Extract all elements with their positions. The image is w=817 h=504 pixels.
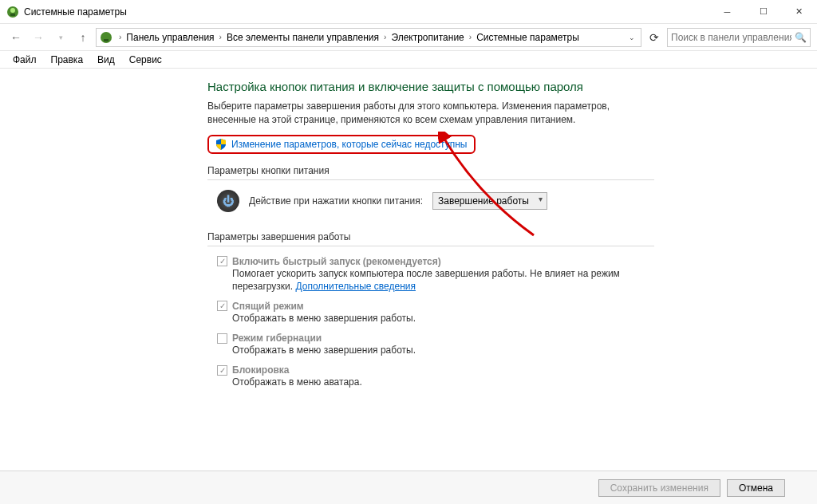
menu-file[interactable]: Файл bbox=[6, 53, 43, 67]
menu-bar: Файл Правка Вид Сервис bbox=[0, 51, 817, 69]
chevron-right-icon[interactable]: › bbox=[116, 33, 124, 41]
breadcrumb-segment[interactable]: Все элементы панели управления bbox=[225, 32, 381, 43]
page-title: Настройка кнопок питания и включение защ… bbox=[207, 80, 817, 93]
refresh-button[interactable]: ⟳ bbox=[645, 28, 664, 47]
breadcrumb-segment[interactable]: Панель управления bbox=[124, 32, 215, 43]
control-panel-icon bbox=[100, 31, 112, 44]
bottom-button-bar: Сохранить изменения Отмена bbox=[0, 471, 817, 504]
shutdown-options: ✓ Включить быстрый запуск (рекомендуется… bbox=[217, 256, 817, 389]
power-button-section-header: Параметры кнопки питания bbox=[207, 165, 654, 180]
fast-startup-checkbox[interactable]: ✓ bbox=[217, 256, 227, 266]
nav-row: ← → ▾ ↑ › Панель управления › Все элемен… bbox=[0, 24, 817, 51]
up-button[interactable]: ↑ bbox=[73, 28, 93, 47]
chevron-right-icon[interactable]: › bbox=[466, 33, 475, 41]
hibernate-checkbox[interactable] bbox=[217, 333, 227, 344]
menu-service[interactable]: Сервис bbox=[123, 53, 168, 67]
breadcrumb[interactable]: › Панель управления › Все элементы панел… bbox=[96, 28, 641, 47]
window-title: Системные параметры bbox=[24, 6, 709, 18]
lock-checkbox[interactable]: ✓ bbox=[217, 365, 227, 376]
breadcrumb-segment[interactable]: Электропитание bbox=[389, 32, 465, 43]
power-button-action-row: ⏻ Действие при нажатии кнопки питания: З… bbox=[217, 190, 817, 212]
svg-rect-1 bbox=[10, 14, 15, 16]
power-button-icon: ⏻ bbox=[217, 190, 239, 212]
breadcrumb-segment[interactable]: Системные параметры bbox=[475, 32, 581, 43]
breadcrumb-dropdown-icon[interactable]: ⌄ bbox=[626, 33, 637, 41]
power-button-action-select[interactable]: Завершение работы bbox=[432, 192, 547, 210]
uac-shield-icon bbox=[215, 139, 227, 150]
search-box[interactable]: 🔍 bbox=[667, 28, 811, 47]
save-changes-button[interactable]: Сохранить изменения bbox=[598, 479, 720, 497]
hibernate-title: Режим гибернации bbox=[232, 333, 322, 344]
fast-startup-option: ✓ Включить быстрый запуск (рекомендуется… bbox=[217, 256, 648, 293]
svg-point-2 bbox=[10, 8, 15, 13]
menu-view[interactable]: Вид bbox=[91, 53, 121, 67]
shutdown-section-header: Параметры завершения работы bbox=[207, 231, 654, 246]
lock-title: Блокировка bbox=[232, 364, 290, 376]
maximize-button[interactable]: ☐ bbox=[745, 0, 781, 23]
lock-desc: Отображать в меню аватара. bbox=[232, 376, 648, 388]
menu-edit[interactable]: Правка bbox=[45, 53, 90, 67]
sleep-option: ✓ Спящий режим Отображать в меню заверше… bbox=[217, 301, 648, 325]
close-button[interactable]: ✕ bbox=[781, 0, 817, 23]
chevron-right-icon[interactable]: › bbox=[216, 33, 225, 41]
power-options-icon bbox=[6, 6, 19, 18]
forward-button[interactable]: → bbox=[29, 28, 48, 47]
sleep-checkbox[interactable]: ✓ bbox=[217, 301, 227, 311]
window-controls: ─ ☐ ✕ bbox=[709, 0, 817, 23]
svg-rect-4 bbox=[104, 39, 109, 41]
page-description: Выберите параметры завершения работы для… bbox=[207, 100, 638, 127]
fast-startup-more-link[interactable]: Дополнительные сведения bbox=[295, 281, 415, 292]
sleep-title: Спящий режим bbox=[232, 301, 304, 312]
fast-startup-title: Включить быстрый запуск (рекомендуется) bbox=[232, 256, 441, 267]
recent-dropdown-icon[interactable]: ▾ bbox=[51, 28, 70, 47]
lock-option: ✓ Блокировка Отображать в меню аватара. bbox=[217, 364, 648, 388]
search-icon[interactable]: 🔍 bbox=[795, 32, 807, 43]
hibernate-option: Режим гибернации Отображать в меню завер… bbox=[217, 333, 648, 356]
change-unavailable-settings-link[interactable]: Изменение параметров, которые сейчас нед… bbox=[231, 139, 468, 150]
change-settings-highlight: Изменение параметров, которые сейчас нед… bbox=[207, 135, 476, 154]
hibernate-desc: Отображать в меню завершения работы. bbox=[232, 344, 648, 356]
chevron-right-icon[interactable]: › bbox=[381, 33, 389, 41]
cancel-button[interactable]: Отмена bbox=[727, 479, 785, 497]
minimize-button[interactable]: ─ bbox=[709, 0, 745, 23]
power-button-action-label: Действие при нажатии кнопки питания: bbox=[249, 195, 423, 207]
sleep-desc: Отображать в меню завершения работы. bbox=[232, 312, 648, 325]
fast-startup-desc: Помогает ускорить запуск компьютера посл… bbox=[232, 267, 648, 293]
back-button[interactable]: ← bbox=[6, 28, 26, 47]
titlebar: Системные параметры ─ ☐ ✕ bbox=[0, 0, 817, 24]
main-content: Настройка кнопок питания и включение защ… bbox=[0, 69, 817, 389]
search-input[interactable] bbox=[671, 32, 791, 43]
